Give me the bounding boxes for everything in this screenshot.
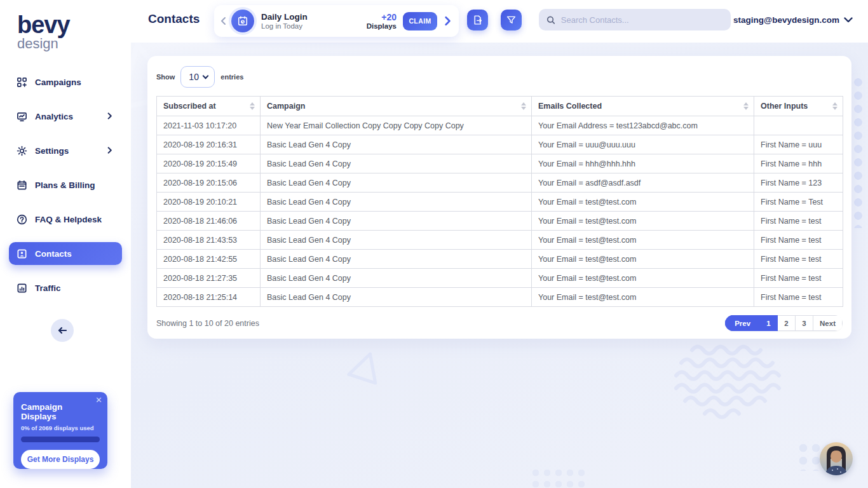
table-cell: First Name = test [754,288,843,307]
pagination-page-button[interactable]: 2 [778,315,796,331]
table-cell: Your Email = asdf@asdf.asdf [532,173,754,193]
sidebar-collapse-button[interactable] [51,319,74,342]
close-icon[interactable]: ✕ [95,396,102,404]
table-header-row: Subscribed atCampaignEmails CollectedOth… [157,97,843,116]
triangle-decoration [344,344,389,390]
table-cell: 2021-11-03 10:17:20 [157,116,261,135]
table-row: 2020-08-19 20:15:49Basic Lead Gen 4 Copy… [157,154,843,173]
table-cell: 2020-08-19 20:15:49 [157,154,261,173]
sidebar-item-faq-helpdesk[interactable]: FAQ & Helpdesk [9,208,122,231]
table-cell: Basic Lead Gen 4 Copy [261,212,532,231]
table-row: 2020-08-18 21:43:53Basic Lead Gen 4 Copy… [157,231,843,250]
table-cell: 2020-08-19 20:10:21 [157,193,261,212]
table-cell: Your Email = test@test.com [532,193,754,212]
page-size-select[interactable]: 10 [180,66,215,88]
table-row: 2020-08-18 21:25:14Basic Lead Gen 4 Copy… [157,288,843,307]
sidebar-item-label: Settings [35,146,69,156]
pagination-next-button[interactable]: Next [813,315,843,331]
claim-button[interactable]: CLAIM [403,12,437,30]
column-header[interactable]: Campaign [261,97,532,116]
analytics-icon [17,111,27,122]
pagination-page-button[interactable]: 3 [796,315,813,331]
sidebar-item-plans-billing[interactable]: Plans & Billing [9,173,122,196]
widget-title: Campaign Displays [21,402,100,421]
sort-icon [743,102,749,110]
table-cell [754,116,843,135]
account-menu[interactable]: staging@bevydesign.com [733,15,853,25]
table-cell: 2020-08-18 21:25:14 [157,288,261,307]
sidebar-item-contacts[interactable]: Contacts [9,242,122,265]
table-row: 2020-08-19 20:16:31Basic Lead Gen 4 Copy… [157,135,843,154]
sidebar-item-label: Campaigns [35,78,81,87]
table-cell: Your Email = test@test.com [532,269,754,288]
widget-usage-text: 0% of 2069 displays used [21,424,100,431]
sort-icon [250,102,255,110]
help-icon [17,214,27,225]
table-cell: Basic Lead Gen 4 Copy [261,288,532,307]
table-length-control: Show 10 entries [156,66,843,88]
table-cell: 2020-08-19 20:16:31 [157,135,261,154]
show-label: Show [156,73,175,81]
waves-decoration [670,342,803,425]
table-row: 2020-08-19 20:15:06Basic Lead Gen 4 Copy… [157,173,843,193]
daily-login-subtitle: Log in Today [261,22,367,30]
filter-button[interactable] [501,10,522,30]
sidebar-item-label: Contacts [35,249,72,259]
sort-icon [521,102,526,110]
table-cell: Your Email = test@test.com [532,250,754,269]
campaigns-icon [17,77,27,88]
sidebar-item-analytics[interactable]: Analytics [9,105,122,128]
table-cell: Your Email = uuu@uuu.uuu [532,135,754,154]
carousel-next-icon[interactable] [442,16,452,26]
export-button[interactable] [467,10,488,30]
table-cell: 2020-08-19 20:15:06 [157,173,261,193]
brand-logo: bevy design [17,13,70,52]
pagination: Prev123Next [725,315,843,331]
sidebar-item-traffic[interactable]: Traffic [9,276,122,299]
support-chat-avatar[interactable] [820,442,853,475]
entries-label: entries [220,73,243,81]
contacts-table-card: Show 10 entries Subscribed atCampaignEma… [147,56,851,339]
table-body: 2021-11-03 10:17:20New Year Email Collec… [157,116,843,307]
sidebar: bevy design Campaigns Analytics [0,0,131,488]
page-title: Contacts [148,12,200,26]
daily-login-reward: +20 Displays [367,12,397,30]
carousel-prev-icon[interactable] [219,17,228,25]
pagination-page-button[interactable]: 1 [760,315,778,331]
get-more-displays-button[interactable]: Get More Displays [21,450,100,469]
sidebar-item-settings[interactable]: Settings [9,139,122,162]
chevron-down-icon [844,17,853,23]
usage-progress-bar [21,437,100,442]
table-cell: Your Email = test@test.com [532,231,754,250]
brand-name: bevy [17,13,70,37]
column-header[interactable]: Emails Collected [532,97,754,116]
table-cell: First Name = Test [754,193,843,212]
traffic-icon [17,283,27,294]
contacts-table: Subscribed atCampaignEmails CollectedOth… [156,96,843,307]
table-cell: 2020-08-18 21:27:35 [157,269,261,288]
chevron-right-icon [106,111,113,122]
table-cell: 2020-08-18 21:46:06 [157,212,261,231]
entries-summary: Showing 1 to 10 of 20 entries [156,319,259,328]
search-bar[interactable] [539,9,731,30]
table-cell: Your Email = hhh@hhh.hhh [532,154,754,173]
table-cell: Basic Lead Gen 4 Copy [261,231,532,250]
table-cell: First Name = test [754,269,843,288]
sidebar-item-label: Plans & Billing [35,180,95,190]
table-row: 2020-08-18 21:27:35Basic Lead Gen 4 Copy… [157,269,843,288]
arrow-left-icon [57,327,67,334]
sidebar-item-label: Analytics [35,112,73,121]
table-cell: 2020-08-18 21:42:55 [157,250,261,269]
contacts-icon [17,248,27,259]
daily-login-title: Daily Login [261,12,367,22]
table-cell: Basic Lead Gen 4 Copy [261,135,532,154]
pagination-prev-button[interactable]: Prev [725,315,760,331]
column-header[interactable]: Subscribed at [157,97,261,116]
reward-amount: +20 [367,12,397,22]
search-input[interactable] [561,15,723,25]
sidebar-nav: Campaigns Analytics [0,71,131,311]
sidebar-item-campaigns[interactable]: Campaigns [9,71,122,93]
column-header[interactable]: Other Inputs [754,97,843,116]
table-cell: Basic Lead Gen 4 Copy [261,269,532,288]
sidebar-item-label: FAQ & Helpdesk [35,215,102,224]
